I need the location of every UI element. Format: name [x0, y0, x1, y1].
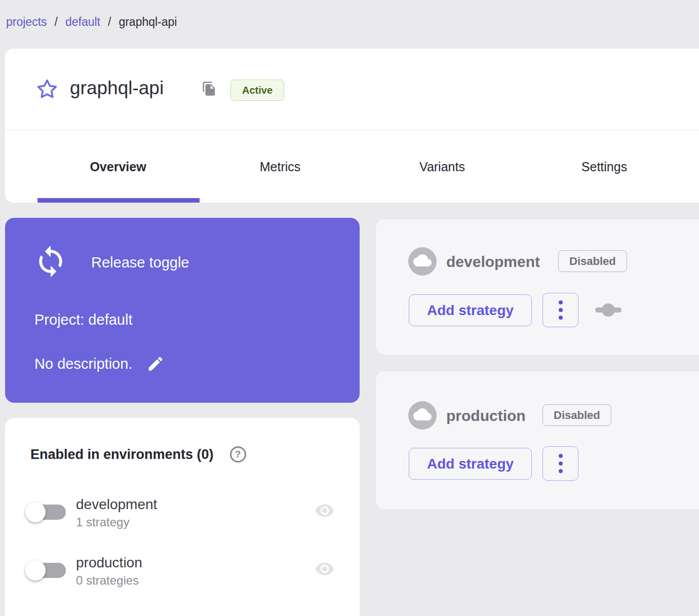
environments-summary-card: Enabled in environments (0) ? developmen… [5, 418, 360, 616]
slider-knob [602, 303, 615, 317]
kebab-dot [559, 454, 563, 458]
breadcrumb-link-default[interactable]: default [65, 15, 100, 29]
environment-row-production: production 0 strategies [5, 555, 360, 600]
toggle-thumb [25, 560, 46, 581]
environment-card-title: development [446, 253, 540, 271]
kebab-dot [559, 300, 563, 304]
help-icon[interactable]: ? [230, 446, 246, 463]
edit-description-icon[interactable] [146, 355, 165, 373]
feature-overview-page: { "colors": { "page_bg": "#eaeaec", "car… [0, 0, 699, 616]
copy-name-icon[interactable] [202, 81, 217, 96]
kebab-menu-button[interactable] [542, 446, 578, 481]
tab-settings[interactable]: Settings [523, 131, 685, 203]
kebab-dot [559, 316, 563, 320]
cloud-icon [413, 405, 432, 426]
status-chip: Disabled [558, 250, 627, 272]
page-title: graphql-api [70, 78, 164, 99]
strategy-count: 0 strategies [76, 573, 139, 588]
status-chip: Disabled [542, 404, 611, 426]
environments-summary-header: Enabled in environments (0) ? [30, 446, 246, 463]
slider-icon [595, 303, 622, 317]
avatar [408, 401, 437, 430]
environment-card-production: production Disabled Add strategy [376, 371, 699, 509]
environment-card-title: production [446, 407, 526, 425]
add-strategy-button[interactable]: Add strategy [409, 294, 532, 326]
breadcrumb-current: graphql-api [119, 15, 177, 29]
tab-bar: Overview Metrics Variants Settings [5, 131, 699, 203]
feature-header-card: graphql-api Active Overview Metrics Vari… [5, 49, 699, 203]
visibility-eye-icon [313, 500, 336, 521]
breadcrumb: projects / default / graphql-api [6, 15, 177, 29]
development-toggle[interactable] [25, 502, 67, 523]
toggle-thumb [25, 502, 46, 522]
environment-name: production [76, 555, 142, 571]
toggle-type-row: Release toggle [33, 244, 189, 281]
tab-metrics[interactable]: Metrics [199, 131, 361, 203]
kebab-dot [559, 308, 563, 312]
favorite-star-icon[interactable] [36, 79, 58, 100]
strategy-count: 1 strategy [76, 515, 129, 529]
tab-variants[interactable]: Variants [361, 131, 523, 203]
tab-overview[interactable]: Overview [37, 131, 199, 203]
description-row: No description. [34, 355, 165, 373]
kebab-dot [559, 461, 563, 466]
environment-card-development: development Disabled Add strategy [376, 219, 699, 355]
project-label: Project: default [34, 312, 132, 328]
breadcrumb-link-projects[interactable]: projects [6, 15, 47, 29]
visibility-eye-icon [313, 559, 336, 579]
toggle-type-label: Release toggle [91, 254, 189, 271]
add-strategy-button[interactable]: Add strategy [409, 448, 532, 480]
environment-row-development: development 1 strategy [5, 496, 360, 542]
environment-name: development [76, 496, 157, 513]
description-text: No description. [34, 356, 132, 372]
loop-icon [33, 244, 68, 281]
feature-header-row: graphql-api Active [5, 49, 699, 130]
breadcrumb-separator: / [108, 15, 111, 29]
production-toggle[interactable] [25, 560, 67, 581]
active-tab-indicator [37, 198, 200, 203]
feature-info-card: Release toggle Project: default No descr… [5, 218, 360, 403]
kebab-dot [559, 469, 563, 473]
status-badge: Active [230, 80, 284, 101]
breadcrumb-separator: / [55, 15, 58, 29]
kebab-menu-button[interactable] [542, 293, 578, 327]
environments-summary-title: Enabled in environments (0) [30, 447, 214, 463]
cloud-icon [413, 251, 432, 272]
avatar [408, 247, 437, 276]
